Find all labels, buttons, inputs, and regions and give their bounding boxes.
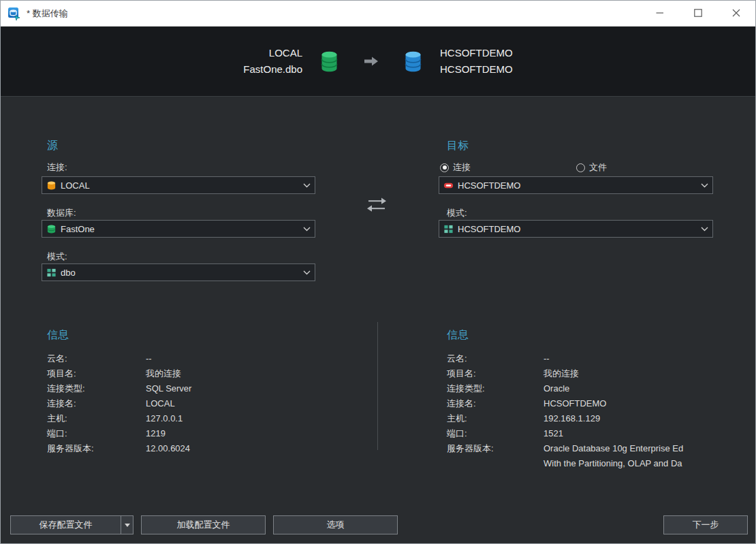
schema-grid-icon — [46, 268, 57, 278]
header-target-connection: HCSOFTDEMO — [440, 45, 513, 61]
source-connection-select[interactable]: LOCAL — [42, 176, 315, 194]
source-section-title: 源 — [47, 139, 58, 153]
info-row: 云名: -- — [447, 351, 756, 366]
next-label: 下一步 — [693, 519, 719, 531]
info-value: SQL Server — [146, 381, 191, 396]
source-schema-label: 模式: — [47, 251, 67, 263]
info-label: 连接类型: — [47, 381, 146, 396]
maximize-icon — [694, 7, 702, 20]
target-connection-select[interactable]: HCSOFTDEMO — [439, 176, 713, 194]
info-label: 连接名: — [447, 396, 544, 411]
target-schema-label: 模式: — [447, 207, 467, 219]
window-title: * 数据传输 — [27, 7, 68, 20]
source-database-icon — [320, 51, 338, 72]
header-source-text: LOCAL FastOne.dbo — [243, 45, 302, 78]
chevron-down-icon — [303, 270, 311, 275]
load-profile-label: 加载配置文件 — [177, 519, 230, 531]
target-database-icon — [404, 51, 422, 72]
sqlserver-connection-icon — [46, 180, 57, 191]
radio-selected-icon — [440, 163, 449, 172]
info-value: LOCAL — [146, 396, 175, 411]
info-row: 端口: 1219 — [47, 426, 367, 441]
target-schema-value: HCSOFTDEMO — [458, 224, 697, 234]
info-label: 连接名: — [47, 396, 146, 411]
app-icon — [7, 7, 21, 20]
info-label: 云名: — [47, 351, 146, 366]
info-divider — [377, 322, 378, 450]
target-info-panel: 云名: -- 项目名: 我的连接 连接类型: Oracle 连接名: HCSOF… — [447, 351, 756, 471]
info-row: 服务器版本: 12.00.6024 — [47, 441, 367, 456]
info-row: 主机: 192.168.1.129 — [447, 411, 756, 426]
info-value: -- — [146, 351, 152, 366]
info-value: 1521 — [544, 426, 563, 441]
header-target-schema: HCSOFTDEMO — [440, 61, 513, 78]
info-label: 项目名: — [447, 366, 544, 381]
chevron-down-icon — [303, 227, 311, 231]
green-database-icon — [46, 224, 57, 234]
dropdown-arrow-icon — [125, 524, 130, 527]
source-connection-value: LOCAL — [61, 180, 299, 191]
source-connection-label: 连接: — [47, 161, 67, 174]
save-profile-button[interactable]: 保存配置文件 — [10, 515, 121, 534]
next-button[interactable]: 下一步 — [663, 515, 748, 534]
info-value: HCSOFTDEMO — [544, 396, 606, 411]
save-profile-dropdown-button[interactable] — [121, 515, 133, 534]
load-profile-button[interactable]: 加载配置文件 — [141, 515, 266, 534]
info-label: 服务器版本: — [447, 441, 544, 471]
close-button[interactable] — [717, 1, 755, 27]
info-label: 端口: — [447, 426, 544, 441]
info-row: 云名: -- — [47, 351, 367, 366]
info-label: 连接类型: — [447, 381, 544, 396]
source-info-panel: 云名: -- 项目名: 我的连接 连接类型: SQL Server 连接名: L… — [47, 351, 367, 456]
info-label: 主机: — [447, 411, 544, 426]
titlebar: * 数据传输 — [1, 1, 755, 27]
data-transfer-window: * 数据传输 LOCAL FastOne.db — [0, 0, 756, 544]
target-connection-radio[interactable]: 连接 — [440, 161, 471, 174]
target-file-radio[interactable]: 文件 — [576, 161, 607, 174]
minimize-button[interactable] — [641, 1, 679, 27]
info-value: -- — [544, 351, 550, 366]
info-row: 连接类型: SQL Server — [47, 381, 367, 396]
minimize-icon — [656, 7, 664, 20]
chevron-down-icon — [303, 183, 311, 188]
info-row: 项目名: 我的连接 — [447, 366, 756, 381]
source-database-select[interactable]: FastOne — [42, 220, 315, 238]
options-label: 选项 — [327, 519, 345, 531]
info-row: 项目名: 我的连接 — [47, 366, 367, 381]
source-database-label: 数据库: — [47, 207, 76, 219]
info-label: 服务器版本: — [47, 441, 146, 456]
server-version-line1: Oracle Database 10g Enterprise Ed — [544, 441, 683, 456]
target-schema-select[interactable]: HCSOFTDEMO — [439, 220, 713, 238]
save-profile-label: 保存配置文件 — [40, 519, 93, 531]
info-row: 连接类型: Oracle — [447, 381, 756, 396]
info-row: 主机: 127.0.0.1 — [47, 411, 367, 426]
maximize-button[interactable] — [679, 1, 717, 27]
source-database-value: FastOne — [61, 224, 299, 234]
target-info-title: 信息 — [447, 328, 469, 342]
header-source-schema: FastOne.dbo — [243, 61, 302, 78]
info-value: Oracle — [544, 381, 569, 396]
info-value: 192.168.1.129 — [544, 411, 600, 426]
source-schema-select[interactable]: dbo — [42, 263, 315, 281]
info-label: 端口: — [47, 426, 146, 441]
transfer-direction-arrow-icon — [363, 55, 379, 67]
header-source-connection: LOCAL — [243, 45, 302, 61]
info-value: 1219 — [146, 426, 166, 441]
info-value: 我的连接 — [146, 366, 181, 381]
schema-grid-icon — [443, 224, 454, 234]
window-controls — [641, 1, 755, 27]
target-section-title: 目标 — [447, 139, 469, 153]
info-row: 连接名: HCSOFTDEMO — [447, 396, 756, 411]
server-version-line2: With the Partitioning, OLAP and Da — [544, 456, 683, 471]
options-button[interactable]: 选项 — [273, 515, 398, 534]
close-icon — [732, 7, 740, 20]
info-row: 连接名: LOCAL — [47, 396, 367, 411]
info-value: 我的连接 — [544, 366, 579, 381]
source-schema-value: dbo — [61, 268, 299, 278]
target-connection-radio-label: 连接 — [453, 161, 471, 174]
info-value: 12.00.6024 — [146, 441, 190, 456]
oracle-connection-icon — [443, 180, 454, 191]
chevron-down-icon — [701, 183, 708, 188]
info-value: 127.0.0.1 — [146, 411, 183, 426]
info-label: 项目名: — [47, 366, 146, 381]
